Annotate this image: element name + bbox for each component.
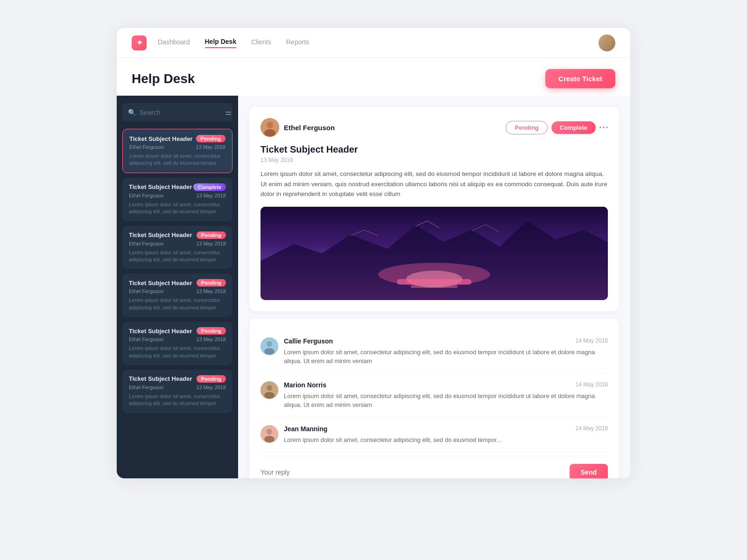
comment-content: Jean Manning 14 May 2018 Lorem ipsum dol… xyxy=(284,425,608,445)
comment-avatar xyxy=(261,337,278,355)
svg-point-10 xyxy=(264,348,275,355)
search-icon: 🔍 xyxy=(128,109,136,116)
svg-point-13 xyxy=(264,392,275,399)
ticket-card[interactable]: Ticket Subject Header Pending Ethel Ferg… xyxy=(122,129,233,173)
comments-card: Callie Ferguson 14 May 2018 Lorem ipsum … xyxy=(249,319,619,478)
ticket-detail-date: 13 May 2018 xyxy=(261,157,608,163)
svg-point-9 xyxy=(267,341,272,347)
right-panel: Ethel Ferguson Pending Complete Ticket S… xyxy=(238,96,630,478)
comment-content: Callie Ferguson 14 May 2018 Lorem ipsum … xyxy=(284,337,608,366)
svg-point-1 xyxy=(267,122,273,128)
create-ticket-button[interactable]: Create Ticket xyxy=(545,69,615,88)
comment-avatar xyxy=(261,425,278,443)
app-container: ✦ Dashboard Help Desk Clients Reports He… xyxy=(117,28,630,478)
search-input[interactable] xyxy=(140,109,221,116)
main-content: 🔍 ⚌ Ticket Subject Header Pending Ethel … xyxy=(117,96,630,478)
complete-button[interactable]: Complete xyxy=(551,121,596,134)
comment: Marion Norris 14 May 2018 Lorem ipsum do… xyxy=(261,374,608,418)
svg-point-16 xyxy=(264,436,275,442)
user-info: Ethel Ferguson xyxy=(261,118,335,137)
svg-rect-7 xyxy=(411,285,458,288)
ticket-attachment-image xyxy=(261,207,608,300)
reply-box: Send xyxy=(261,456,608,478)
comment-content: Marion Norris 14 May 2018 Lorem ipsum do… xyxy=(284,381,608,410)
status-badge: Pending xyxy=(197,231,226,239)
status-badge: Pending xyxy=(197,375,226,383)
svg-point-15 xyxy=(267,429,272,434)
nav-reports[interactable]: Reports xyxy=(286,38,309,48)
svg-rect-6 xyxy=(397,279,472,285)
ticket-card[interactable]: Ticket Subject Header Pending Ethel Ferg… xyxy=(122,273,233,317)
ticket-detail-title: Ticket Subject Header xyxy=(261,144,608,155)
top-nav: ✦ Dashboard Help Desk Clients Reports xyxy=(117,28,630,58)
ticket-detail-header: Ethel Ferguson Pending Complete xyxy=(261,118,608,137)
more-options-button[interactable] xyxy=(599,126,608,128)
comment-avatar xyxy=(261,381,278,399)
nav-links: Dashboard Help Desk Clients Reports xyxy=(158,38,309,48)
status-badge: Pending xyxy=(196,135,226,142)
reply-input[interactable] xyxy=(261,464,564,478)
ticket-detail-body: Lorem ipsum dolor sit amet, consectetur … xyxy=(261,169,608,199)
page-header: Help Desk Create Ticket xyxy=(117,58,630,96)
ticket-card[interactable]: Ticket Subject Header Complete Ethel Fer… xyxy=(122,178,233,221)
ticket-card[interactable]: Ticket Subject Header Pending Ethel Ferg… xyxy=(122,322,233,365)
status-badge: Pending xyxy=(197,327,226,335)
send-button[interactable]: Send xyxy=(570,464,608,478)
status-badge: Pending xyxy=(197,279,226,287)
svg-point-2 xyxy=(264,129,275,137)
page-title: Help Desk xyxy=(132,71,195,86)
ticket-author-name: Ethel Ferguson xyxy=(284,124,335,132)
status-badge: Complete xyxy=(193,183,226,191)
sidebar: 🔍 ⚌ Ticket Subject Header Pending Ethel … xyxy=(117,96,238,478)
ticket-card[interactable]: Ticket Subject Header Pending Ethel Ferg… xyxy=(122,370,233,413)
filter-icon[interactable]: ⚌ xyxy=(225,108,232,117)
svg-point-12 xyxy=(267,385,272,391)
logo[interactable]: ✦ xyxy=(132,35,147,50)
nav-dashboard[interactable]: Dashboard xyxy=(158,38,190,48)
action-buttons: Pending Complete xyxy=(506,121,608,134)
comment: Callie Ferguson 14 May 2018 Lorem ipsum … xyxy=(261,330,608,374)
avatar[interactable] xyxy=(599,35,615,51)
pending-button[interactable]: Pending xyxy=(506,121,547,134)
comment: Jean Manning 14 May 2018 Lorem ipsum dol… xyxy=(261,418,608,453)
search-bar[interactable]: 🔍 ⚌ xyxy=(122,103,233,121)
nav-clients[interactable]: Clients xyxy=(251,38,271,48)
ticket-author-avatar xyxy=(261,118,279,137)
ticket-detail-card: Ethel Ferguson Pending Complete Ticket S… xyxy=(249,107,619,311)
ticket-card[interactable]: Ticket Subject Header Pending Ethel Ferg… xyxy=(122,226,233,269)
nav-helpdesk[interactable]: Help Desk xyxy=(205,38,237,48)
